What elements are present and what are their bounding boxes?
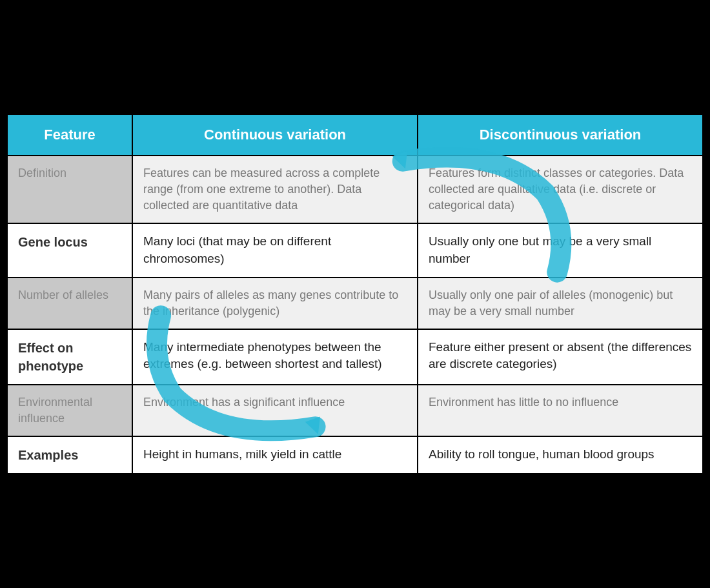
row-label: Effect on phenotype	[7, 329, 132, 385]
header-continuous: Continuous variation	[132, 114, 418, 156]
row-label: Examples	[7, 436, 132, 474]
variation-comparison-table: Feature Continuous variation Discontinuo…	[6, 114, 704, 475]
table-row: Effect on phenotypeMany intermediate phe…	[7, 329, 703, 385]
row-label: Number of alleles	[7, 278, 132, 329]
continuous-cell: Features can be measured across a comple…	[132, 156, 418, 224]
table-row: Gene locusMany loci (that may be on diff…	[7, 223, 703, 277]
discontinuous-cell: Usually only one pair of alleles (monoge…	[418, 278, 703, 329]
discontinuous-cell: Environment has little to no influence	[418, 385, 703, 436]
table-row: DefinitionFeatures can be measured acros…	[7, 156, 703, 224]
discontinuous-cell: Usually only one but may be a very small…	[418, 223, 703, 277]
row-label: Environmental influence	[7, 385, 132, 436]
comparison-table-wrapper: Feature Continuous variation Discontinuo…	[6, 114, 704, 475]
continuous-cell: Many pairs of alleles as many genes cont…	[132, 278, 418, 329]
row-label: Gene locus	[7, 223, 132, 277]
row-label: Definition	[7, 156, 132, 224]
discontinuous-cell: Feature either present or absent (the di…	[418, 329, 703, 385]
continuous-cell: Many intermediate phenotypes between the…	[132, 329, 418, 385]
discontinuous-cell: Features form distinct classes or catego…	[418, 156, 703, 224]
continuous-cell: Environment has a significant influence	[132, 385, 418, 436]
discontinuous-cell: Ability to roll tongue, human blood grou…	[418, 436, 703, 474]
header-feature: Feature	[7, 114, 132, 156]
continuous-cell: Height in humans, milk yield in cattle	[132, 436, 418, 474]
header-discontinuous: Discontinuous variation	[418, 114, 703, 156]
table-row: Number of allelesMany pairs of alleles a…	[7, 278, 703, 329]
table-row: Environmental influenceEnvironment has a…	[7, 385, 703, 436]
continuous-cell: Many loci (that may be on different chro…	[132, 223, 418, 277]
table-row: ExamplesHeight in humans, milk yield in …	[7, 436, 703, 474]
